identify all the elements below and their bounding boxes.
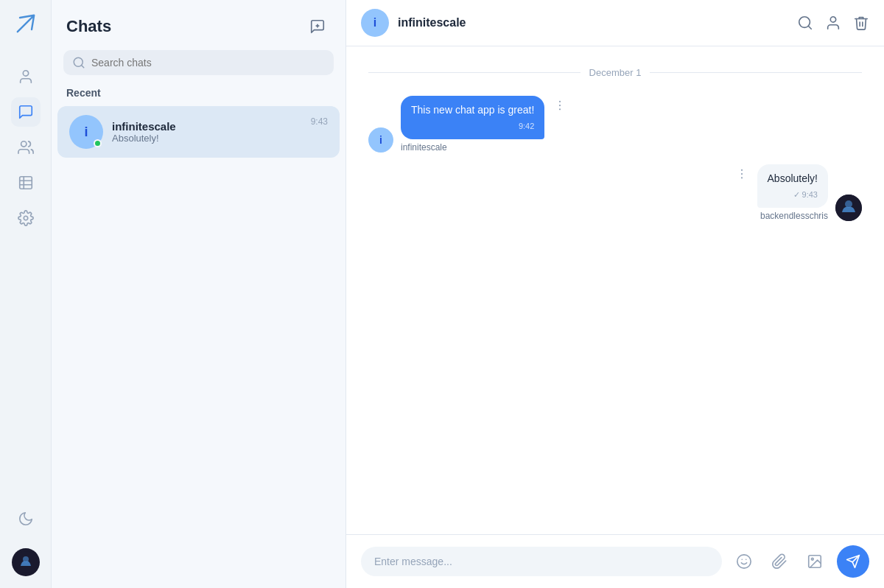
sidebar-item-channels[interactable]: [11, 168, 41, 197]
bubble-wrapper-sent: Absolutely! ✓ 9:43: [732, 164, 828, 208]
svg-point-6: [24, 216, 28, 220]
message-time-sent: 9:43: [802, 190, 818, 199]
search-button[interactable]: [797, 15, 813, 31]
message-options-sent[interactable]: [732, 164, 751, 183]
emoji-button[interactable]: [731, 548, 757, 575]
bubble-wrapper-received: This new chat app is great! 9:42: [401, 96, 569, 139]
chat-time: 9:43: [311, 115, 328, 127]
send-button[interactable]: [837, 545, 869, 578]
message-block-received: This new chat app is great! 9:42 infinit…: [401, 96, 569, 153]
search-icon: [72, 56, 85, 69]
divider-line-right: [650, 72, 862, 73]
chat-list-header: Chats: [52, 0, 345, 50]
new-chat-button[interactable]: [304, 13, 331, 40]
svg-point-21: [740, 169, 742, 171]
svg-point-15: [830, 17, 835, 22]
sidebar-item-chats[interactable]: [11, 97, 41, 127]
message-row-sent: Absolutely! ✓ 9:43 backendlesschris: [732, 164, 862, 221]
user-avatar[interactable]: [12, 548, 40, 576]
divider-line-left: [368, 72, 580, 73]
svg-point-0: [23, 71, 28, 76]
message-text-sent: Absolutely!: [768, 172, 818, 184]
chat-list-panel: Chats Recent i infinitescale Absolutely!…: [52, 0, 346, 588]
message-checkmark: ✓: [793, 190, 800, 199]
search-input[interactable]: [91, 57, 325, 69]
received-sender-name: infinitescale: [401, 142, 569, 153]
header-actions: [797, 15, 869, 31]
chat-list-title: Chats: [66, 17, 111, 36]
online-status-dot: [94, 139, 102, 147]
svg-point-28: [811, 558, 813, 560]
sidebar-item-contacts[interactable]: [11, 62, 41, 91]
sidebar-item-groups[interactable]: [11, 133, 41, 162]
svg-point-1: [21, 141, 26, 147]
input-area: [346, 534, 884, 588]
sidebar-item-settings[interactable]: [11, 203, 41, 233]
message-text-received: This new chat app is great!: [411, 104, 534, 116]
svg-point-23: [740, 177, 742, 178]
attach-button[interactable]: [766, 548, 793, 575]
sent-msg-avatar: [835, 195, 862, 221]
message-options-received[interactable]: [550, 96, 569, 115]
search-bar: [63, 50, 334, 75]
date-divider-text: December 1: [589, 67, 642, 78]
message-block-sent: Absolutely! ✓ 9:43 backendlesschris: [732, 164, 828, 221]
svg-point-17: [559, 105, 561, 106]
app-logo: [14, 12, 38, 38]
sent-sender-name: backendlesschris: [732, 211, 828, 221]
svg-point-18: [559, 108, 561, 110]
chat-item-infinitescale[interactable]: i infinitescale Absolutely! 9:43: [57, 106, 340, 158]
chat-contact-name: infinitescale: [112, 120, 302, 133]
chat-avatar-infinitescale: i: [69, 115, 103, 149]
recent-label: Recent: [52, 87, 345, 106]
chat-preview-text: Absolutely!: [112, 133, 302, 144]
svg-point-8: [23, 556, 29, 562]
svg-line-12: [81, 65, 83, 67]
delete-button[interactable]: [853, 15, 869, 31]
messages-area: December 1 i This new chat app is great!…: [346, 46, 884, 534]
chat-header-name: infinitescale: [398, 16, 788, 29]
svg-line-14: [808, 26, 811, 29]
message-row-received: i This new chat app is great! 9:42: [368, 96, 569, 153]
sidebar-nav: [0, 0, 52, 588]
received-msg-avatar: i: [368, 127, 393, 153]
svg-point-20: [845, 200, 852, 208]
message-input[interactable]: [361, 547, 722, 576]
svg-point-24: [737, 555, 751, 568]
image-button[interactable]: [801, 548, 828, 575]
profile-button[interactable]: [825, 15, 841, 31]
chat-info: infinitescale Absolutely!: [112, 120, 302, 144]
message-time-received: 9:42: [411, 121, 534, 132]
chat-main: i infinitescale: [346, 0, 884, 588]
svg-rect-2: [19, 177, 32, 189]
dark-mode-toggle[interactable]: [11, 504, 41, 533]
svg-point-22: [740, 173, 742, 175]
sidebar-bottom: [11, 504, 41, 576]
message-bubble-sent: Absolutely! ✓ 9:43: [757, 164, 828, 208]
message-bubble-received: This new chat app is great! 9:42: [401, 96, 544, 139]
date-divider: December 1: [368, 67, 862, 78]
chat-header-avatar: i: [361, 9, 389, 37]
chat-header: i infinitescale: [346, 0, 884, 46]
svg-point-16: [559, 101, 561, 102]
